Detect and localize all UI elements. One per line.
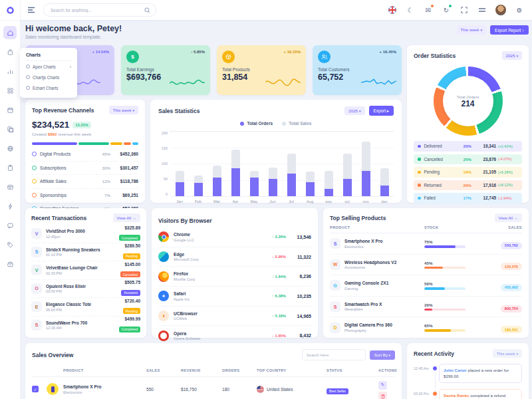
column-orders: ORDERS [222,368,257,372]
status-delta: (+8.12%) [498,183,518,187]
multibar-segment [110,142,122,145]
timeline-dot-icon [433,366,437,370]
column-revenue: REVENUE [181,368,222,372]
search-icon[interactable] [144,7,150,13]
sidebar-item-web[interactable] [3,142,17,155]
notification-dot [449,5,452,7]
activity-text: John Carter placed a new order for $299.… [439,364,522,383]
period-dropdown[interactable]: This week [457,25,486,35]
messages-icon[interactable] [424,5,433,15]
export-report-button[interactable]: Export Report [490,25,529,35]
browser-icon [158,311,169,321]
sidebar-item-tags[interactable] [3,238,17,251]
refresh-icon[interactable] [442,5,451,15]
coin-icon [222,51,235,63]
channel-name: Digital Products [40,152,94,156]
transaction-time: 12:36 AM [46,326,87,330]
transaction-amount: $505.75 [121,280,140,285]
order-status-row: Failed 17% 12,745 (-1.94%) [414,193,522,203]
legend-total-orders[interactable]: Total Orders [240,121,273,126]
year-dropdown[interactable]: 2025 [344,106,364,115]
channel-percent: 12% [94,179,110,184]
delete-button[interactable] [378,392,387,399]
global-search [43,3,156,17]
sidebar-item-utilities[interactable] [3,200,17,213]
product-thumbnail [47,383,59,395]
charts-menu-item[interactable]: Echart Charts [26,82,71,93]
x-tick: Feb [195,200,201,203]
view-all-button[interactable]: View All [113,213,140,222]
period-dropdown[interactable]: This week [109,106,138,114]
legend-total-sales[interactable]: Total Sales [282,121,311,126]
settings-icon[interactable] [515,5,524,15]
table-search-input[interactable] [302,349,366,360]
status-delta: (+2.42%) [498,144,518,148]
menu-icon[interactable] [477,5,487,15]
export-button[interactable]: Export ▸ [369,106,394,116]
sidebar-item-shop[interactable] [3,45,17,59]
sidebar-item-pages[interactable] [3,122,17,136]
status-name: Failed [424,196,464,200]
sidebar-item-widgets[interactable] [3,84,17,97]
channel-dot-icon [32,193,37,198]
product-thumbnail: D [330,323,340,333]
stock-percent: 20% [424,303,487,307]
browser-name: Chrome [174,232,194,237]
dark-mode-icon[interactable] [406,5,415,15]
product-category: Electronics [63,390,102,394]
year-dropdown[interactable]: 2025 [502,51,522,60]
charts-menu-list: Apex Charts › Chartjs Charts Echart Char… [26,61,71,93]
product-name: Digital Camera Pro 360 [344,323,392,327]
x-tick: Jul [289,200,293,203]
sidebar-item-analytics[interactable] [3,65,17,78]
transaction-name: SoundWave Pro 700 [46,321,87,325]
sidebar-item-home[interactable] [3,26,17,39]
sales-overview-card: Sales Overview Sort By PRODUCT SALES REV… [25,343,402,399]
stat-delta: + 14.54% [92,50,109,54]
fullscreen-icon[interactable] [460,5,469,15]
stat-card-earnings: - 5.85% Total Earnings $693,766 [121,45,210,95]
language-flag-icon[interactable] [388,5,397,15]
sidebar-item-calendar[interactable] [3,103,17,116]
search-input[interactable] [49,7,144,13]
column-actions: ACTIONS [378,368,397,372]
transaction-row: V VelvetEase Lounge Chair 02:30 PM $145.… [31,261,140,280]
browser-trend: ↑ 5.18% [262,314,286,318]
sidebar-item-archive[interactable] [3,257,17,271]
browser-name: Edge [174,252,199,257]
stat-delta: + 16.45% [379,50,396,54]
channel-value: $301,457 [110,166,138,170]
revenue-subtitle: Created $892 revenue this week [32,132,138,136]
transaction-name: StrideX Running Sneakers [46,247,100,252]
users-icon [318,51,331,63]
view-all-button[interactable]: View All [495,213,522,222]
browser-company: Microsoft Corp [174,257,199,261]
sort-by-button[interactable]: Sort By [370,350,395,360]
product-name: Wireless Headphones V2 [344,260,396,265]
sidebar-item-tasks[interactable] [3,161,17,174]
multibar-segment [32,142,77,145]
column-product: PRODUCT [330,225,424,229]
y-tick: 0 [158,192,168,196]
sidebar-item-tables[interactable] [3,180,17,194]
transaction-row: S StrideX Running Sneakers 01:10 PM $289… [31,243,140,262]
transaction-row: S SoundWave Pro 700 12:36 AM $499.99 Com… [31,317,140,334]
activity-user: John Carter [444,368,467,372]
user-avatar[interactable] [495,5,506,15]
multibar-segment [124,142,131,145]
sidebar-toggle-icon[interactable] [27,4,35,16]
row-checkbox[interactable]: ✓ [32,386,39,392]
status-badge: Accepted [121,290,140,296]
bar-Mar: Mar [207,131,226,196]
period-dropdown[interactable]: This week [493,349,522,358]
revenue-channel-list: Digital Products 45% $452,360 Subscripti… [32,148,138,215]
browser-trend: ↓ 0.96% [262,255,286,259]
edit-button[interactable] [378,381,387,390]
app-logo[interactable] [0,0,21,20]
multibar-segment [132,142,138,145]
table-header: PRODUCT STOCK SALES [330,222,522,233]
stock-percent: 45% [424,261,487,265]
charts-menu-item[interactable]: Chartjs Charts [26,72,71,82]
charts-menu-item[interactable]: Apex Charts › [26,61,71,72]
sidebar-item-messages[interactable] [3,219,17,232]
